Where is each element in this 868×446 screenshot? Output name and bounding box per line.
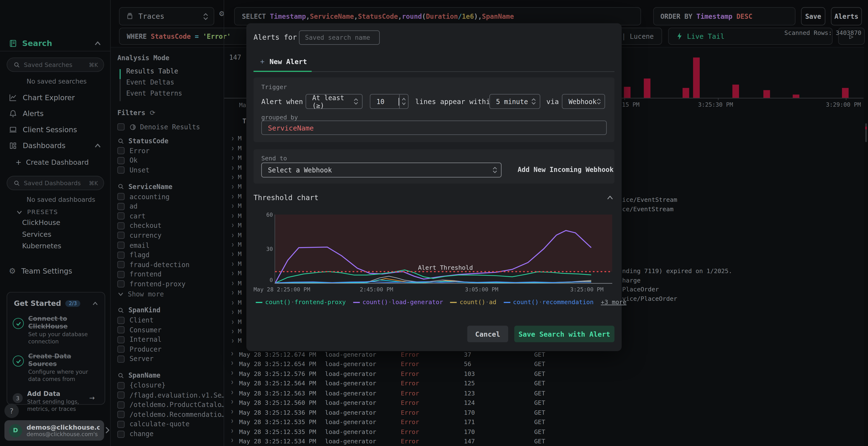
user-account-button[interactable]: D demos@clickhouse.com demos@clickhouse.… xyxy=(4,420,104,441)
save-search-with-alert-button[interactable]: Save Search with Alert xyxy=(514,325,615,342)
chevron-up-icon[interactable] xyxy=(95,143,101,147)
threshold-number-input[interactable]: 10 xyxy=(370,94,409,109)
table-row[interactable]: ❯May 28 3:25:12.576 PMload-generatorErro… xyxy=(224,369,868,379)
row-expand-chevron-icon[interactable]: ❯ xyxy=(231,380,234,385)
filter-option[interactable]: Producer xyxy=(111,345,224,354)
filter-option[interactable]: currency xyxy=(111,231,224,240)
histogram-bar[interactable] xyxy=(793,95,800,98)
filter-option[interactable]: Ok xyxy=(111,156,224,166)
arrow-right-icon[interactable]: → xyxy=(89,394,95,413)
checkbox[interactable] xyxy=(117,157,125,164)
row-expand-chevron-icon[interactable]: ❯ xyxy=(231,204,234,209)
checkbox[interactable] xyxy=(117,355,125,363)
filter-option[interactable]: calculate-quote xyxy=(111,419,224,429)
filter-option[interactable]: Consumer xyxy=(111,325,224,335)
checkbox[interactable] xyxy=(117,280,125,288)
row-expand-chevron-icon[interactable]: ❯ xyxy=(231,339,234,344)
stepper-down-icon[interactable] xyxy=(402,102,406,105)
stepper-up-icon[interactable] xyxy=(402,98,406,100)
sidebar-item-client-sessions[interactable]: Client Sessions xyxy=(0,122,111,137)
sidebar-item-search[interactable]: Search xyxy=(0,35,111,51)
checkbox[interactable] xyxy=(117,382,125,389)
row-expand-chevron-icon[interactable]: ❯ xyxy=(231,271,234,276)
collapse-chart-chevron-icon[interactable] xyxy=(607,196,613,200)
filter-option[interactable]: cart xyxy=(111,211,224,221)
row-expand-chevron-icon[interactable]: ❯ xyxy=(231,390,234,395)
sidebar-item-team-settings[interactable]: ⚙ Team Settings xyxy=(0,264,111,278)
row-expand-chevron-icon[interactable]: ❯ xyxy=(231,351,234,356)
orderby-input[interactable]: ORDER BY Timestamp DESC xyxy=(653,7,796,26)
cancel-button[interactable]: Cancel xyxy=(467,325,508,342)
webhook-select[interactable]: Select a Webhook xyxy=(261,163,501,177)
row-expand-chevron-icon[interactable]: ❯ xyxy=(231,361,234,366)
row-expand-chevron-icon[interactable]: ❯ xyxy=(231,319,234,324)
filter-option[interactable]: /oteldemo.Recommendatio… xyxy=(111,410,224,419)
checkbox[interactable] xyxy=(117,222,125,230)
filter-option[interactable]: /flagd.evaluation.v1.Se… xyxy=(111,390,224,400)
row-expand-chevron-icon[interactable]: ❯ xyxy=(231,252,234,257)
row-expand-chevron-icon[interactable]: ❯ xyxy=(231,281,234,286)
row-expand-chevron-icon[interactable]: ❯ xyxy=(231,399,234,404)
filter-option[interactable]: frontend xyxy=(111,270,224,279)
checkbox[interactable] xyxy=(117,212,125,219)
histogram-bar[interactable] xyxy=(732,84,739,98)
filter-option[interactable]: flagd xyxy=(111,250,224,260)
checkbox[interactable] xyxy=(117,326,125,334)
checkbox[interactable] xyxy=(117,232,125,239)
filter-option[interactable]: accounting xyxy=(111,192,224,201)
row-expand-chevron-icon[interactable]: ❯ xyxy=(231,184,234,189)
chevron-up-icon[interactable] xyxy=(95,41,101,45)
filter-option[interactable]: frontend-proxy xyxy=(111,279,224,289)
search-icon[interactable] xyxy=(118,373,124,379)
histogram-bar[interactable] xyxy=(842,88,849,98)
checkbox[interactable] xyxy=(117,271,125,278)
get-started-step[interactable]: Create Data SourcesConfigure where your … xyxy=(13,352,98,382)
chevron-right-icon[interactable] xyxy=(105,427,110,434)
row-expand-chevron-icon[interactable]: ❯ xyxy=(231,194,234,199)
checkbox[interactable] xyxy=(117,411,125,418)
histogram-bar[interactable] xyxy=(763,90,770,98)
filter-option[interactable]: ad xyxy=(111,202,224,211)
chevron-up-icon[interactable] xyxy=(92,302,98,305)
checkbox[interactable] xyxy=(117,124,125,131)
show-more-button[interactable]: Show more xyxy=(111,289,224,299)
search-icon[interactable] xyxy=(118,307,124,313)
filter-option[interactable]: change xyxy=(111,429,224,439)
filter-option[interactable]: Error xyxy=(111,146,224,156)
preset-services[interactable]: Services xyxy=(22,228,61,240)
help-button[interactable]: ? xyxy=(4,404,19,418)
row-expand-chevron-icon[interactable]: ❯ xyxy=(231,155,234,160)
filter-option[interactable]: Client xyxy=(111,315,224,325)
threshold-chart-plot[interactable] xyxy=(275,214,612,283)
alerts-button[interactable]: Alerts xyxy=(831,7,862,26)
checkbox[interactable] xyxy=(117,251,125,259)
filter-option[interactable]: email xyxy=(111,240,224,250)
row-expand-chevron-icon[interactable]: ❯ xyxy=(231,262,234,267)
search-icon[interactable] xyxy=(118,184,124,190)
row-expand-chevron-icon[interactable]: ❯ xyxy=(231,418,234,423)
row-expand-chevron-icon[interactable]: ❯ xyxy=(231,300,234,305)
get-started-step[interactable]: 3Add DataStart sending logs, metrics, or… xyxy=(13,390,98,413)
histogram-bar[interactable] xyxy=(683,88,689,98)
row-expand-chevron-icon[interactable]: ❯ xyxy=(231,242,234,247)
refresh-icon[interactable]: ⟳ xyxy=(150,109,155,116)
legend-item[interactable]: count() · load-generator xyxy=(353,299,443,306)
get-started-header[interactable]: Get Started 2/3 xyxy=(14,299,98,307)
legend-item[interactable]: count() · ad xyxy=(450,299,496,306)
condition-select[interactable]: At least (≥) xyxy=(306,94,362,109)
checkbox[interactable] xyxy=(117,203,125,210)
search-icon[interactable] xyxy=(118,138,124,144)
checkbox[interactable] xyxy=(117,336,125,343)
table-row[interactable]: ❯May 28 3:25:12.564 PMload-generatorErro… xyxy=(224,379,868,388)
select-query-input[interactable]: SELECT Timestamp,ServiceName,StatusCode,… xyxy=(234,7,641,26)
row-expand-chevron-icon[interactable]: ❯ xyxy=(231,175,234,180)
filter-option[interactable]: Unset xyxy=(111,166,224,175)
row-expand-chevron-icon[interactable]: ❯ xyxy=(231,329,234,334)
row-expand-chevron-icon[interactable]: ❯ xyxy=(231,223,234,228)
histogram-bar[interactable] xyxy=(644,78,651,98)
row-expand-chevron-icon[interactable]: ❯ xyxy=(231,233,234,238)
saved-search-name-input[interactable]: Saved search name xyxy=(299,30,380,45)
row-expand-chevron-icon[interactable]: ❯ xyxy=(231,136,234,141)
table-row[interactable]: ❯May 28 3:25:12.536 PMload-generatorErro… xyxy=(224,408,868,418)
row-expand-chevron-icon[interactable]: ❯ xyxy=(231,146,234,151)
